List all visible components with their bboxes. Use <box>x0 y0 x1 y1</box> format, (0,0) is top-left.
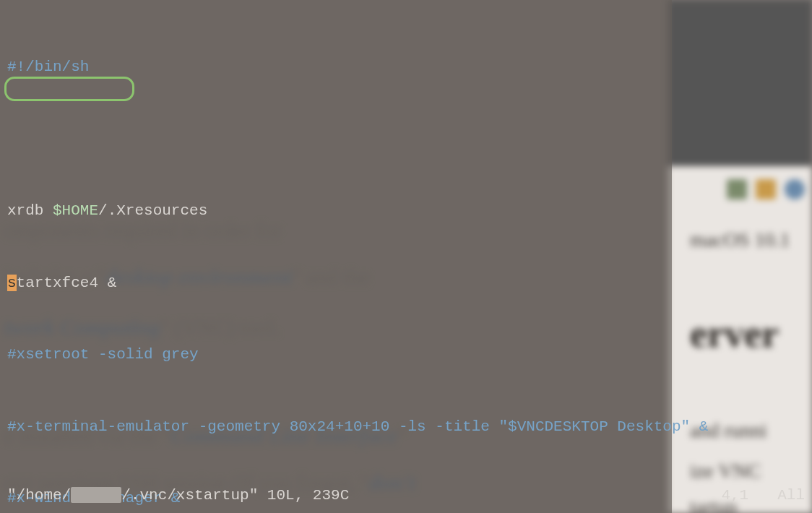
status-cursor-position: 4,1 <box>721 483 748 507</box>
env-variable-home: $HOME <box>53 202 98 219</box>
bg-icon-1 <box>727 179 747 199</box>
code-line-xterm: #x-terminal-emulator -geometry 80x24+10+… <box>7 415 708 439</box>
bg-icon-3 <box>785 179 805 199</box>
redacted-username <box>71 487 121 503</box>
bg-icon-row <box>727 179 805 199</box>
bg-icon-2 <box>756 179 776 199</box>
code-line-blank <box>7 127 708 151</box>
code-line-xrdb: xrdb $HOME/.Xresources <box>7 199 708 223</box>
editor-cursor: s <box>7 275 17 291</box>
code-line-shebang: #!/bin/sh <box>7 55 708 79</box>
code-line-startxfce: startxfce4 & <box>7 271 708 295</box>
vim-status-line: "/home//.vnc/xstartup" 10L, 239C 4,1 All <box>7 483 805 507</box>
code-line-xsetroot: #xsetroot -solid grey <box>7 342 708 366</box>
status-filename: "/home//.vnc/xstartup" 10L, 239C <box>7 483 349 507</box>
status-percent: All <box>777 483 805 507</box>
editor-buffer[interactable]: #!/bin/sh xrdb $HOME/.Xresources startxf… <box>7 7 708 513</box>
